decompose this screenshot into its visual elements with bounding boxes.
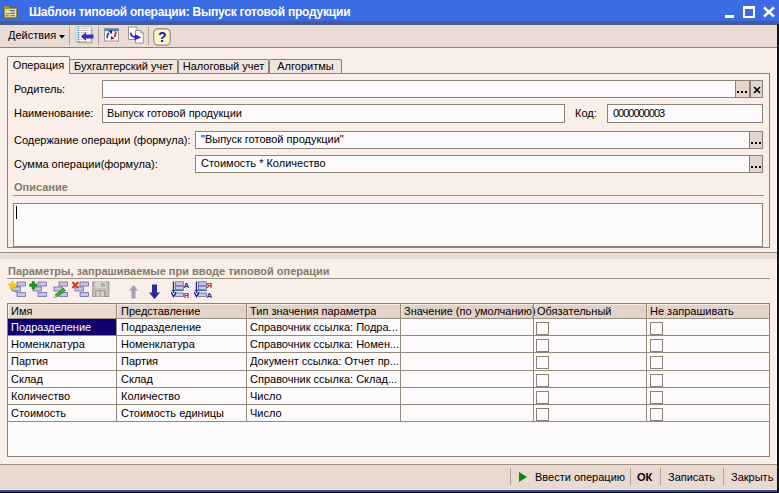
svg-text:?: ? (158, 29, 167, 45)
svg-text:А: А (184, 281, 190, 290)
svg-text:А: А (207, 291, 213, 299)
svg-text:Я: Я (207, 281, 213, 290)
svg-text:Я: Я (184, 291, 190, 299)
